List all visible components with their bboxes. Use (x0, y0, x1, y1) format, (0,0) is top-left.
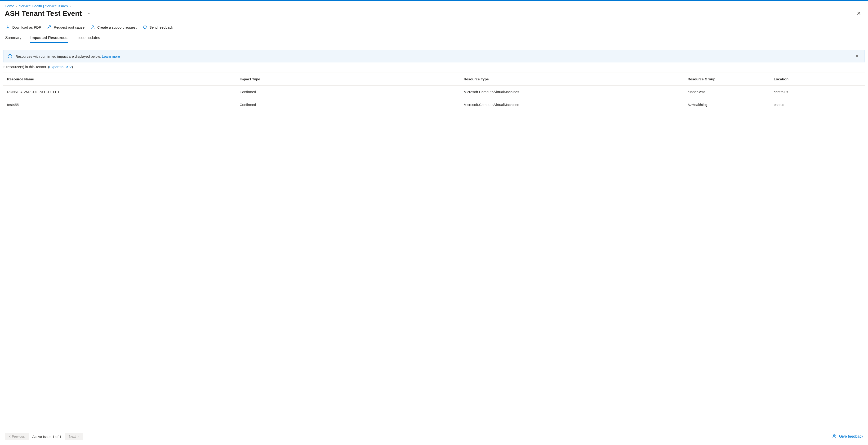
command-bar: Download as PDF Request root cause Creat… (0, 20, 868, 32)
request-root-cause-label: Request root cause (54, 25, 85, 29)
resource-count-line: 2 resource(s) in this Tenant. (Export to… (3, 62, 865, 73)
cell-rtype: Microsoft.Compute/virtualMachines (460, 85, 684, 98)
info-banner: Resources with confirmed impact are disp… (3, 50, 865, 62)
breadcrumb-service-health[interactable]: Service Health | Service issues (19, 4, 68, 8)
more-actions-button[interactable]: ··· (86, 10, 93, 17)
download-icon (6, 25, 10, 29)
col-resource-group[interactable]: Resource Group (684, 73, 770, 85)
footer: < Previous Active Issue 1 of 1 Next > Gi… (0, 428, 868, 445)
cell-rtype: Microsoft.Compute/virtualMachines (460, 98, 684, 111)
page-header: ASH Tenant Test Event ··· ✕ (0, 8, 868, 20)
learn-more-link[interactable]: Learn more (102, 55, 120, 59)
export-csv-link[interactable]: Export to CSV (49, 65, 72, 69)
previous-button[interactable]: < Previous (5, 433, 29, 440)
col-impact-type[interactable]: Impact Type (236, 73, 460, 85)
svg-point-4 (833, 435, 835, 436)
send-feedback-label: Send feedback (149, 25, 173, 29)
table-row[interactable]: test455ConfirmedMicrosoft.Compute/virtua… (3, 98, 865, 111)
request-root-cause-button[interactable]: Request root cause (47, 25, 85, 29)
give-feedback-label: Give feedback (839, 434, 863, 439)
tab-summary[interactable]: Summary (5, 35, 22, 43)
cell-impact: Confirmed (236, 85, 460, 98)
download-pdf-button[interactable]: Download as PDF (6, 25, 41, 29)
info-icon (8, 54, 12, 59)
create-support-request-button[interactable]: Create a support request (91, 25, 136, 29)
resource-count-suffix: ) (72, 65, 73, 69)
cell-impact: Confirmed (236, 98, 460, 111)
cell-group: runner-vms (684, 85, 770, 98)
breadcrumb: Home › Service Health | Service issues › (0, 1, 868, 8)
banner-close-button[interactable]: ✕ (854, 54, 860, 59)
info-banner-text: Resources with confirmed impact are disp… (16, 55, 101, 59)
download-pdf-label: Download as PDF (12, 25, 41, 29)
page-title: ASH Tenant Test Event (5, 9, 82, 18)
pager: < Previous Active Issue 1 of 1 Next > (5, 433, 83, 440)
resource-count-prefix: 2 resource(s) in this Tenant. ( (3, 65, 49, 69)
give-feedback-button[interactable]: Give feedback (833, 434, 863, 439)
cell-location: centralus (770, 85, 865, 98)
chevron-right-icon: › (16, 4, 17, 8)
svg-point-3 (10, 55, 10, 56)
col-resource-type[interactable]: Resource Type (460, 73, 684, 85)
cell-name: RUNNER-VM-1-DO-NOT-DELETE (3, 85, 236, 98)
close-button[interactable]: ✕ (854, 10, 863, 17)
person-icon (91, 25, 95, 29)
col-location[interactable]: Location (770, 73, 865, 85)
table-row[interactable]: RUNNER-VM-1-DO-NOT-DELETEConfirmedMicros… (3, 85, 865, 98)
chevron-right-icon: › (70, 4, 71, 8)
next-button[interactable]: Next > (65, 433, 83, 440)
svg-point-0 (92, 26, 94, 27)
breadcrumb-home[interactable]: Home (5, 4, 14, 8)
feedback-person-icon (833, 434, 837, 439)
cell-location: eastus (770, 98, 865, 111)
tab-issue-updates[interactable]: Issue updates (76, 35, 101, 43)
heart-icon (143, 25, 147, 29)
create-support-request-label: Create a support request (97, 25, 136, 29)
tab-impacted-resources[interactable]: Impacted Resources (30, 35, 68, 43)
tab-bar: Summary Impacted Resources Issue updates (0, 32, 868, 43)
cell-group: AzHealthStg (684, 98, 770, 111)
resources-table: Resource Name Impact Type Resource Type … (3, 73, 865, 111)
cell-name: test455 (3, 98, 236, 111)
pager-status: Active Issue 1 of 1 (32, 435, 62, 439)
send-feedback-button[interactable]: Send feedback (143, 25, 173, 29)
col-resource-name[interactable]: Resource Name (3, 73, 236, 85)
wrench-icon (47, 25, 51, 29)
content-area: Resources with confirmed impact are disp… (0, 43, 868, 428)
